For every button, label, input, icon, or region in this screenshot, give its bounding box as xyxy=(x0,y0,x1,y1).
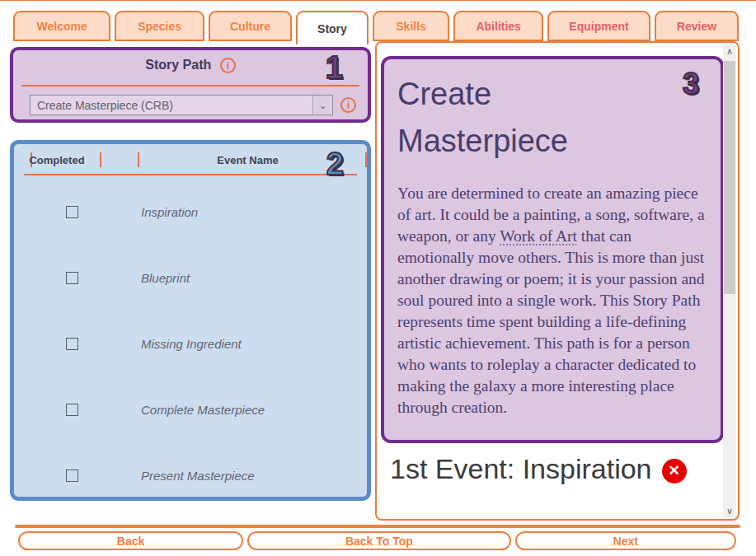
event-name: Missing Ingredient xyxy=(141,337,242,351)
table-row[interactable]: Present Masterpiece xyxy=(14,442,367,508)
event-checkbox[interactable] xyxy=(66,470,78,482)
tab-species[interactable]: Species xyxy=(115,11,204,41)
first-event-heading: 1st Event: Inspiration ✕ xyxy=(390,453,687,485)
footer-nav: Back Back To Top Next xyxy=(18,531,736,550)
incomplete-x-icon[interactable]: ✕ xyxy=(662,459,687,484)
story-path-title: Story Path i xyxy=(13,58,368,73)
table-row[interactable]: Missing Ingredient xyxy=(14,311,367,376)
event-checkbox[interactable] xyxy=(66,338,78,350)
event-checkbox[interactable] xyxy=(66,206,78,218)
scroll-up-icon[interactable]: ∧ xyxy=(723,44,736,58)
chevron-down-icon[interactable]: ⌄ xyxy=(312,96,332,114)
tab-review[interactable]: Review xyxy=(655,11,739,41)
table-row[interactable]: Inspiration xyxy=(14,179,367,245)
work-of-art-link[interactable]: Work of Art xyxy=(500,227,577,245)
tab-abilities[interactable]: Abilities xyxy=(453,11,543,41)
story-path-detail-panel: 3 Create Masterpiece You are determined … xyxy=(381,56,724,443)
scroll-down-icon[interactable]: ∨ xyxy=(723,504,736,517)
divider xyxy=(24,174,357,175)
event-checkbox[interactable] xyxy=(66,404,78,416)
step-2-badge: 2 xyxy=(326,148,344,180)
description-text: that can emotionally move others. This i… xyxy=(397,227,705,416)
step-1-badge: 1 xyxy=(326,52,343,83)
back-button[interactable]: Back xyxy=(18,531,243,550)
tab-welcome[interactable]: Welcome xyxy=(13,11,110,41)
events-table-panel: Completed Event Name 2 Inspiration Bluep… xyxy=(10,140,371,501)
first-event-label: 1st Event: Inspiration xyxy=(390,453,652,485)
event-name: Blueprint xyxy=(141,271,190,285)
detail-description: You are determined to create an amazing … xyxy=(397,183,707,418)
next-button[interactable]: Next xyxy=(515,531,736,550)
story-path-selected-value: Create Masterpiece (CRB) xyxy=(31,99,312,112)
scrollbar-thumb[interactable] xyxy=(724,61,735,294)
table-row[interactable]: Complete Masterpiece xyxy=(14,376,367,442)
column-divider xyxy=(100,152,101,167)
event-name: Present Masterpiece xyxy=(141,469,255,483)
tab-story[interactable]: Story xyxy=(296,11,369,44)
events-table-header: Completed Event Name xyxy=(14,152,367,169)
events-rows: Inspiration Blueprint Missing Ingredient… xyxy=(14,179,367,508)
detail-title: Create Masterpiece xyxy=(397,71,653,165)
detail-container: 3 Create Masterpiece You are determined … xyxy=(375,41,740,521)
page-top-border xyxy=(0,0,756,1)
back-to-top-button[interactable]: Back To Top xyxy=(247,531,510,550)
tab-bar: Welcome Species Culture Story Skills Abi… xyxy=(13,11,739,41)
event-checkbox[interactable] xyxy=(66,272,78,284)
tab-skills[interactable]: Skills xyxy=(373,11,449,41)
scrollbar[interactable]: ∧ ∨ xyxy=(723,44,736,517)
story-path-panel: Story Path i 1 Create Masterpiece (CRB) … xyxy=(10,47,371,123)
tab-culture[interactable]: Culture xyxy=(209,11,292,41)
footer-divider xyxy=(15,525,740,528)
step-3-badge: 3 xyxy=(683,69,699,99)
story-path-title-label: Story Path xyxy=(145,58,211,72)
event-name: Inspiration xyxy=(141,205,198,219)
tab-equipment[interactable]: Equipment xyxy=(547,11,650,41)
table-row[interactable]: Blueprint xyxy=(14,245,367,311)
column-header-completed: Completed xyxy=(22,154,92,166)
divider xyxy=(21,85,359,86)
story-path-select[interactable]: Create Masterpiece (CRB) ⌄ xyxy=(30,95,333,115)
info-icon[interactable]: i xyxy=(220,58,236,73)
info-icon[interactable]: i xyxy=(340,97,356,113)
event-name: Complete Masterpiece xyxy=(141,403,265,417)
